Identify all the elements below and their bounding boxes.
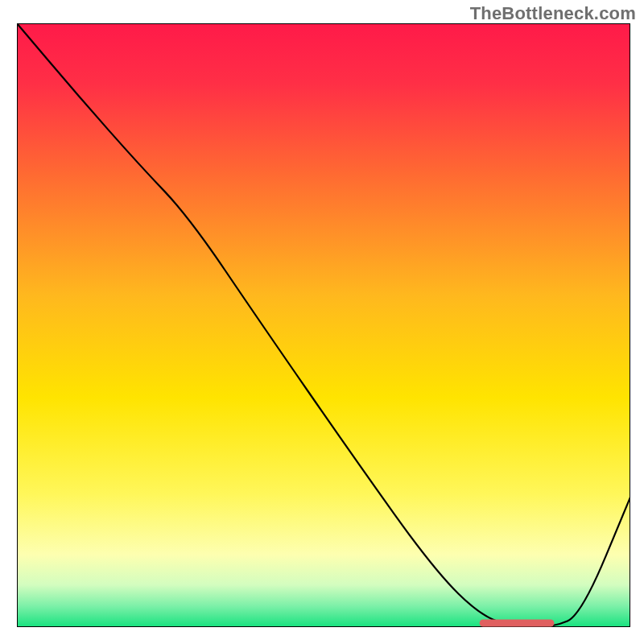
gradient-background <box>17 23 630 627</box>
plot-area <box>17 23 630 627</box>
chart-frame: TheBottleneck.com <box>0 0 644 644</box>
watermark-text: TheBottleneck.com <box>470 3 636 24</box>
chart-svg <box>17 23 630 627</box>
